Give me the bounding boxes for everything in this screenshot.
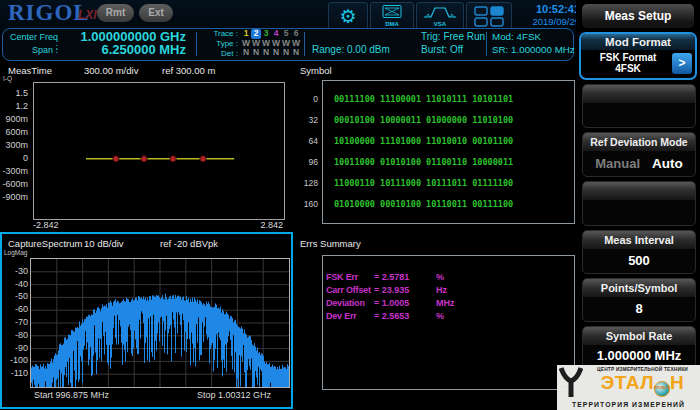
menu-header-button[interactable]: Meas Setup [582, 4, 694, 28]
tuning-fork-icon [557, 365, 585, 401]
spectrum-y-tick: -40 [2, 279, 28, 289]
softkey-blank-1 [582, 84, 696, 128]
symbol-title: Symbol [300, 65, 332, 76]
divider [304, 32, 305, 56]
meastime-ref: ref 300.00 m [162, 65, 215, 76]
spectrum-y-tick: -50 [2, 291, 28, 301]
legend-value: N [241, 48, 251, 58]
err-name: Carr Offset [326, 285, 371, 295]
legend-value: N [281, 48, 291, 58]
meastime-y-tick: 1.5 [0, 88, 28, 98]
meastime-title: MeasTime [8, 65, 52, 76]
spectrum-y-tick: -90 [2, 343, 28, 353]
symbol-row-bits: 10011000 01010100 01100110 10000011 [334, 157, 513, 167]
meastime-y-tick: 1.2 [0, 101, 28, 111]
submenu-arrow-icon[interactable]: > [672, 53, 692, 74]
err-value: = 23.935 [374, 285, 409, 295]
softkey-blank-2 [582, 181, 696, 226]
legend-value: N [251, 48, 261, 58]
span-label: Span : [6, 45, 58, 55]
spectrum-ref: ref -20 dBVpk [160, 238, 218, 249]
errs-table [322, 255, 575, 390]
meastime-y-tick: -600m [0, 179, 28, 189]
symbol-rate-button[interactable]: Symbol Rate 1.000000 MHz [582, 326, 696, 368]
range-status: Range: 0.00 dBm [312, 44, 390, 55]
legend-label: Det : [202, 49, 241, 58]
symbol-row-bits: 10100000 11101000 11010010 00101100 [334, 136, 513, 146]
meastime-x-left: -2.842 [33, 220, 59, 230]
dma-icon: DMA [378, 4, 406, 29]
meastime-window[interactable]: MeasTime 300.00 m/div ref 300.00 m I-Q -… [0, 62, 294, 232]
ref-deviation-label: Ref Deviation Mode [583, 133, 695, 151]
span-value[interactable]: 6.250000 MHz [60, 42, 186, 57]
symbol-row-bits: 01010000 00010100 10110011 00111100 [334, 199, 513, 209]
points-symbol-label: Points/Symbol [583, 279, 695, 297]
meastime-y-tick: 300m [0, 140, 28, 150]
spectrum-x-start: Start 996.875 MHz [34, 390, 109, 400]
trace-legend[interactable]: Trace :123456Type :WWWWWWDet :NNNNNN [202, 29, 301, 58]
vsa-icon-label: VSA [434, 21, 447, 27]
trig-status: Trig: Free Run [421, 31, 485, 42]
meastime-plot [33, 82, 285, 220]
legend-label: Trace : [202, 29, 241, 38]
burst-status: Burst: Off [421, 44, 463, 55]
dma-mode-button[interactable]: DMA [370, 2, 414, 31]
watermark-brand: ЭТАЛПРИБОРН [585, 372, 700, 397]
spectrum-title: CaptureSpectrum [8, 238, 82, 249]
symbol-row-bits: 00111100 11100001 11010111 10101101 [334, 94, 513, 104]
err-name: FSK Err [326, 272, 358, 282]
mod-format-button[interactable]: Mod Format FSK Format 4FSK > [579, 32, 697, 80]
spectrum-trace-svg [31, 259, 289, 387]
meastime-x-right: 2.842 [260, 220, 283, 230]
err-unit: % [436, 272, 444, 282]
meastime-y-tick: 0 [0, 153, 28, 163]
err-unit: Hz [436, 285, 447, 295]
ref-deviation-auto-option[interactable]: Auto [652, 156, 683, 171]
points-symbol-value: 8 [583, 297, 695, 321]
vsa-mode-button[interactable]: VSA [416, 2, 464, 31]
time-text: 10:52:41 [514, 3, 580, 16]
dma-icon-label: DMA [385, 21, 399, 27]
spectrum-plot [30, 258, 290, 388]
symbol-rate-label: Symbol Rate [583, 327, 695, 345]
capturespectrum-window[interactable]: CaptureSpectrum 10 dB/div ref -20 dBVpk … [0, 232, 293, 409]
det-row: Det :NNNNNN [202, 48, 301, 58]
spectrum-y-tick: -30 [2, 266, 28, 276]
header-bar: RIGOL LXI Rmt Ext ⚙ DMA VSA [0, 0, 576, 62]
meastime-trace-svg [34, 83, 284, 219]
watermark-line2: ТЕРРИТОРИЯ ИЗМЕРЕНИЙ [557, 401, 700, 410]
globe-icon: ПРИБОР [654, 381, 670, 397]
symbol-row-offset: 32 [294, 115, 318, 125]
mod-format-label: Mod Format [581, 34, 695, 50]
meastime-y-tick: 600m [0, 127, 28, 137]
symbol-row-offset: 0 [294, 94, 318, 104]
mod-format-value: FSK Format 4FSK [584, 52, 672, 74]
points-symbol-button[interactable]: Points/Symbol 8 [582, 278, 696, 322]
symbol-window[interactable]: Symbol 000111100 11100001 11010111 10101… [294, 62, 576, 232]
ref-deviation-manual-option[interactable]: Manual [595, 156, 640, 171]
meastime-y-tick: -300m [0, 166, 28, 176]
errs-summary-window[interactable]: Errs Summary FSK Err= 2.5781%Carr Offset… [294, 232, 576, 410]
clock: 10:52:41 2019/09/29 [514, 3, 580, 28]
err-name: Deviation [326, 298, 365, 308]
rmt-indicator: Rmt [97, 4, 134, 22]
sr-status: SR: 1.000000 MHz [492, 44, 575, 55]
watermark-line1: ЦЕНТР ИЗМЕРИТЕЛЬНОЙ ТЕХНИКИ [585, 365, 700, 372]
err-unit: MHz [436, 298, 455, 308]
legend-value: N [271, 48, 281, 58]
symbol-row-offset: 128 [294, 178, 318, 188]
instrument-screen: RIGOL LXI Rmt Ext ⚙ DMA VSA [0, 0, 700, 410]
symbol-row-bits: 11000110 10111000 10111011 01111100 [334, 178, 513, 188]
etalon-watermark: ЦЕНТР ИЗМЕРИТЕЛЬНОЙ ТЕХНИКИ ЭТАЛПРИБОРН … [557, 365, 700, 410]
ref-deviation-mode-button[interactable]: Ref Deviation Mode Manual Auto [582, 132, 696, 177]
window-layout-button[interactable] [466, 2, 512, 31]
softkey-menu: Meas Setup Mod Format FSK Format 4FSK > … [576, 0, 700, 410]
divider [486, 32, 487, 56]
spectrum-y-tick: -110 [2, 368, 28, 378]
legend-label: Type : [202, 39, 241, 48]
meas-interval-button[interactable]: Meas Interval 500 [582, 230, 696, 274]
vsa-icon: VSA [422, 4, 458, 29]
settings-button[interactable]: ⚙ [328, 2, 368, 31]
legend-value: N [291, 48, 301, 58]
spectrum-y-tick: -80 [2, 330, 28, 340]
